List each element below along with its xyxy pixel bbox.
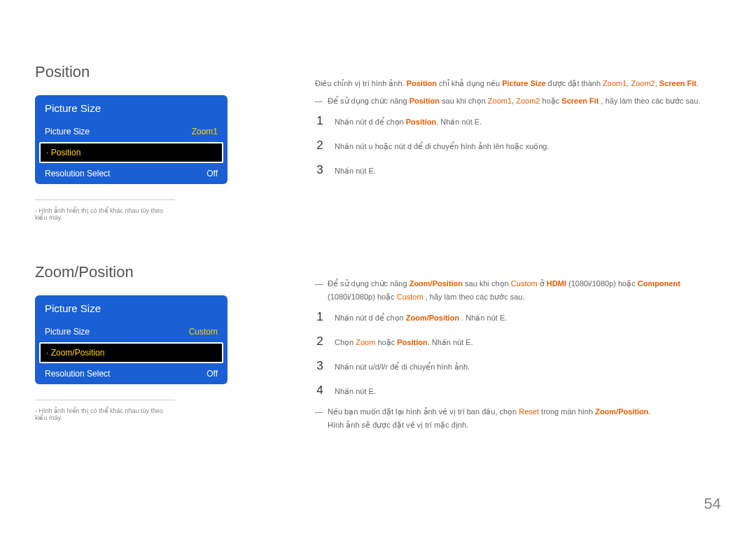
caption-text: - Hình ảnh hiển thị có thể khác nhau tùy… (35, 199, 175, 221)
menu-row-zoom-position[interactable]: · Zoom/Position (39, 342, 223, 363)
step-item: 4 Nhấn nút E. (315, 381, 721, 401)
reset-note: Nếu bạn muốn đặt lại hình ảnh về vị trí … (315, 405, 721, 431)
section-title: Zoom/Position (35, 263, 238, 281)
position-section: Position Picture Size Picture Size Zoom1… (35, 63, 721, 221)
menu-row-picture-size[interactable]: Picture Size Custom (35, 321, 227, 342)
step-text: Nhấn nút u hoặc nút d để di chuyển hình … (335, 140, 721, 153)
menu-label: Resolution Select (45, 369, 110, 379)
usage-note: Để sử dụng chức năng Position sau khi ch… (315, 94, 721, 108)
step-text: Nhấn nút d để chọn Zoom/Position . Nhấn … (335, 311, 721, 325)
step-number: 2 (315, 136, 325, 156)
menu-value: Off (206, 169, 218, 178)
osd-menu: Picture Size Picture Size Zoom1 · Positi… (35, 95, 227, 184)
menu-row-position[interactable]: · Position (39, 142, 223, 163)
menu-label: Picture Size (45, 327, 90, 337)
step-number: 2 (315, 332, 325, 352)
menu-header: Picture Size (35, 95, 227, 121)
step-number: 3 (315, 356, 325, 377)
step-item: 1 Nhấn nút d để chọn Position. Nhấn nút … (315, 111, 721, 132)
menu-value: Off (206, 369, 218, 379)
menu-value: Zoom1 (192, 127, 218, 136)
step-item: 3 Nhấn nút u/d/l/r để di chuyển hình ảnh… (315, 356, 721, 377)
caption-text: - Hình ảnh hiển thị có thể khác nhau tùy… (35, 400, 175, 421)
menu-header: Picture Size (35, 295, 227, 321)
menu-label: Picture Size (45, 127, 90, 136)
intro-text: Điều chỉnh vị trí hình ảnh. Position chỉ… (315, 77, 721, 90)
section-title: Position (35, 63, 238, 81)
zoom-position-section: Zoom/Position Picture Size Picture Size … (35, 263, 721, 435)
step-number: 4 (315, 381, 325, 401)
step-text: Nhấn nút E. (335, 164, 721, 178)
step-item: 2 Chọn Zoom hoặc Position. Nhấn nút E. (315, 332, 721, 352)
step-number: 1 (315, 111, 325, 132)
menu-row-picture-size[interactable]: Picture Size Zoom1 (35, 121, 227, 142)
step-text: Chọn Zoom hoặc Position. Nhấn nút E. (335, 336, 721, 349)
step-number: 3 (315, 160, 325, 181)
osd-menu: Picture Size Picture Size Custom · Zoom/… (35, 295, 227, 384)
step-number: 1 (315, 307, 325, 328)
menu-row-resolution[interactable]: Resolution Select Off (35, 363, 227, 384)
step-text: Nhấn nút d để chọn Position. Nhấn nút E. (335, 115, 721, 129)
step-item: 2 Nhấn nút u hoặc nút d để di chuyển hìn… (315, 136, 721, 156)
menu-label: · Zoom/Position (46, 348, 104, 358)
step-item: 1 Nhấn nút d để chọn Zoom/Position . Nhấ… (315, 307, 721, 328)
step-text: Nhấn nút E. (335, 385, 721, 398)
step-text: Nhấn nút u/d/l/r để di chuyển hình ảnh. (335, 360, 721, 374)
step-item: 3 Nhấn nút E. (315, 160, 721, 181)
menu-value: Custom (189, 327, 218, 337)
usage-note: Để sử dụng chức năng Zoom/Position sau k… (315, 277, 721, 303)
menu-label: Resolution Select (45, 169, 110, 178)
menu-label: · Position (46, 148, 80, 157)
menu-row-resolution[interactable]: Resolution Select Off (35, 163, 227, 184)
page-number: 54 (704, 495, 721, 513)
